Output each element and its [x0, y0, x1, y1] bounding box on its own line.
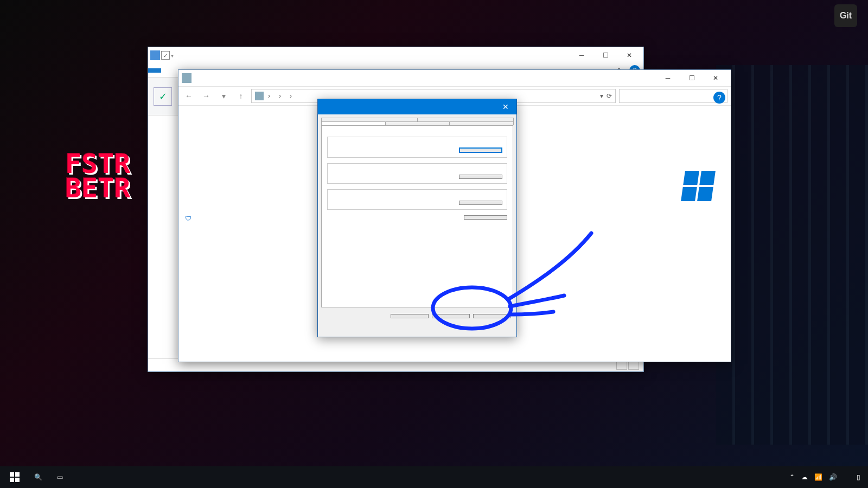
security-center-link[interactable]	[185, 212, 280, 217]
volume-icon[interactable]: 🔊	[829, 473, 837, 481]
maximize-button[interactable]: ☐	[680, 70, 704, 86]
task-view-button[interactable]: ▭	[49, 466, 71, 488]
search-button[interactable]: 🔍	[27, 466, 49, 488]
explorer-icon	[150, 50, 160, 60]
dialog-tabs	[318, 114, 516, 125]
history-dropdown[interactable]: ▾	[216, 89, 231, 103]
tab-system-protection[interactable]	[385, 121, 450, 125]
minimize-button[interactable]: ─	[656, 70, 680, 86]
system-icon	[182, 73, 192, 83]
taskbar[interactable]: 🔍 ▭ ⌃ ☁ 📶 🔊 ▯	[0, 466, 868, 488]
tab-remote[interactable]	[449, 121, 514, 125]
user-profiles-fieldset	[327, 163, 507, 184]
tab-computer-name[interactable]	[321, 118, 418, 121]
git-icon: Git	[834, 4, 857, 27]
back-button[interactable]: ←	[182, 89, 196, 103]
ribbon-tab-file[interactable]	[148, 68, 161, 73]
start-button[interactable]	[2, 466, 27, 488]
action-center-icon[interactable]: ▯	[857, 473, 860, 481]
wallpaper-detail	[716, 65, 868, 445]
performance-settings-button[interactable]	[459, 147, 502, 153]
up-button[interactable]: ↑	[234, 89, 248, 103]
close-button[interactable]: ✕	[704, 70, 727, 86]
tab-advanced[interactable]	[321, 121, 386, 125]
forward-button[interactable]: →	[199, 89, 213, 103]
ribbon-properties[interactable]: ✓	[154, 87, 172, 106]
search-input[interactable]: 🔍	[619, 89, 727, 103]
cancel-button[interactable]	[432, 314, 470, 318]
startup-recovery-fieldset	[327, 189, 507, 210]
ribbon-tab-computer[interactable]	[161, 68, 174, 73]
help-icon[interactable]: ?	[713, 92, 725, 104]
system-properties-dialog[interactable]: ✕	[317, 99, 517, 337]
task-view-icon: ▭	[54, 472, 65, 483]
dialog-footer	[318, 311, 516, 322]
startup-recovery-settings-button[interactable]	[459, 201, 502, 205]
control-panel-icon	[255, 92, 264, 100]
maximize-button[interactable]: ☐	[593, 48, 617, 63]
wifi-icon[interactable]: 📶	[814, 473, 822, 481]
refresh-icon[interactable]: ⟳	[607, 92, 612, 100]
quick-access-toolbar: ✓ ▾	[150, 50, 174, 60]
dialog-body	[321, 125, 513, 307]
ok-button[interactable]	[391, 314, 429, 318]
checkbox-icon[interactable]: ✓	[161, 51, 170, 60]
tray-icon[interactable]: ☁	[801, 473, 808, 481]
properties-icon: ✓	[154, 87, 172, 106]
system-tray[interactable]: ⌃ ☁ 📶 🔊 ▯	[784, 473, 866, 481]
close-button[interactable]: ✕	[617, 48, 641, 63]
system-titlebar[interactable]: ─ ☐ ✕	[178, 70, 731, 86]
search-icon: 🔍	[33, 472, 43, 483]
tray-overflow-icon[interactable]: ⌃	[789, 473, 795, 481]
wallpaper-text: FSTRBETR	[65, 152, 152, 293]
minimize-button[interactable]: ─	[570, 48, 593, 63]
apply-button[interactable]	[473, 314, 511, 318]
windows-10-logo	[683, 171, 720, 201]
dialog-titlebar[interactable]: ✕	[318, 99, 516, 114]
dropdown-icon[interactable]: ▾	[600, 92, 603, 100]
environment-variables-button[interactable]	[464, 215, 507, 220]
tab-hardware[interactable]	[417, 118, 514, 121]
performance-fieldset	[327, 137, 507, 158]
desktop[interactable]: FSTRBETR Git ✓ ▾ ─ ☐ ✕ ⌃	[0, 0, 868, 488]
system-left-pane	[178, 106, 287, 362]
explorer-titlebar[interactable]: ✓ ▾ ─ ☐ ✕	[148, 47, 643, 63]
close-button[interactable]: ✕	[495, 99, 516, 114]
user-profiles-settings-button[interactable]	[459, 175, 502, 179]
dropdown-icon[interactable]: ▾	[171, 53, 174, 59]
desktop-icon-git[interactable]: Git	[827, 3, 865, 48]
